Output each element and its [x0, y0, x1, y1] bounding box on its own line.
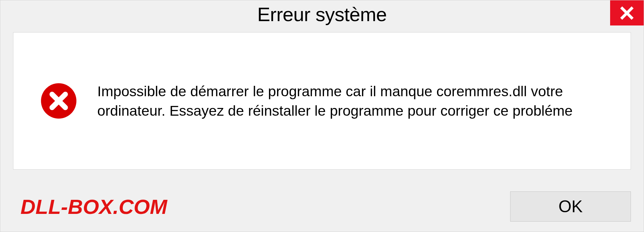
close-icon: [619, 5, 635, 21]
titlebar: Erreur système: [0, 0, 644, 32]
content-frame: Impossible de démarrer le programme car …: [13, 32, 631, 170]
dialog-footer: DLL-BOX.COM OK: [0, 181, 644, 232]
watermark-text: DLL-BOX.COM: [20, 195, 167, 219]
dialog-title: Erreur système: [257, 3, 387, 25]
error-icon: [40, 82, 77, 119]
error-dialog: Erreur système Impossible de démarrer le…: [0, 0, 644, 232]
ok-button[interactable]: OK: [510, 191, 631, 222]
error-message: Impossible de démarrer le programme car …: [97, 81, 610, 120]
close-button[interactable]: [610, 0, 644, 25]
